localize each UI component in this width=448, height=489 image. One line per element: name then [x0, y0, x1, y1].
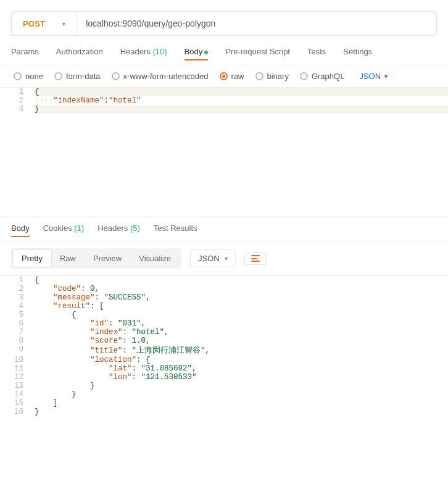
line-content: "lat": "31.085692",: [35, 364, 448, 373]
method-select[interactable]: POST ▾: [12, 12, 77, 35]
wrap-lines-button[interactable]: [244, 252, 267, 265]
response-tab-body[interactable]: Body: [11, 224, 30, 236]
line-content: "id": "031",: [35, 319, 448, 328]
tab-params[interactable]: Params: [11, 47, 39, 60]
line-number: 12: [0, 373, 35, 382]
response-view-segments: Pretty Raw Preview Visualize: [11, 248, 181, 269]
body-type-urlencoded[interactable]: x-www-form-urlencoded: [112, 72, 209, 81]
code-line: 6 "id": "031",: [0, 319, 448, 328]
url-text: localhost:9090/query/geo-polygon: [86, 19, 215, 28]
line-content: }: [35, 408, 448, 416]
view-visualize[interactable]: Visualize: [130, 250, 180, 267]
code-line: 11 "lat": "31.085692",: [0, 364, 448, 373]
response-tab-cookies[interactable]: Cookies (1): [43, 224, 84, 236]
line-content: ····"indexName":"hotel": [35, 96, 448, 105]
line-content: "score": 1.0,: [35, 336, 448, 345]
code-line: 9 "title": "上海闵行浦江智谷",: [0, 345, 448, 356]
line-number: 16: [0, 408, 35, 416]
view-pretty[interactable]: Pretty: [13, 250, 51, 267]
tab-settings[interactable]: Settings: [343, 47, 372, 60]
tab-prerequest[interactable]: Pre-request Script: [225, 47, 290, 60]
line-number: 15: [0, 399, 35, 408]
line-content: "lon": "121.530533": [35, 373, 448, 382]
wrap-lines-icon: [251, 255, 260, 262]
request-body-editor[interactable]: 1{2····"indexName":"hotel"3}: [0, 87, 448, 217]
line-number: 13: [0, 382, 35, 390]
tab-tests[interactable]: Tests: [307, 47, 326, 60]
line-number: 1: [0, 88, 35, 96]
view-raw[interactable]: Raw: [51, 250, 85, 267]
response-view-bar: Pretty Raw Preview Visualize JSON ▾: [0, 242, 448, 275]
code-line: 7 "index": "hotel",: [0, 328, 448, 336]
view-preview[interactable]: Preview: [85, 250, 130, 267]
line-number: 3: [0, 293, 35, 302]
response-body-viewer[interactable]: 1{2 "code": 0,3 "message": "SUCCESS",4 "…: [0, 275, 448, 428]
line-content: }: [35, 382, 448, 390]
line-content: "code": 0,: [35, 285, 448, 293]
line-number: 9: [0, 345, 35, 356]
line-number: 10: [0, 356, 35, 364]
line-content: "result": [: [35, 302, 448, 311]
code-line: 2 "code": 0,: [0, 285, 448, 293]
body-type-raw[interactable]: raw: [220, 72, 244, 81]
tab-authorization[interactable]: Authorization: [56, 47, 103, 60]
line-number: 8: [0, 336, 35, 345]
chevron-down-icon: ▾: [384, 73, 388, 80]
code-line: 3 "message": "SUCCESS",: [0, 293, 448, 302]
body-type-none[interactable]: none: [14, 72, 43, 81]
body-type-row: none form-data x-www-form-urlencoded raw…: [0, 65, 448, 87]
request-url-bar: POST ▾ localhost:9090/query/geo-polygon: [11, 11, 437, 36]
line-content: ]: [35, 399, 448, 408]
response-tabs: Body Cookies (1) Headers (5) Test Result…: [0, 224, 448, 242]
line-number: 2: [0, 285, 35, 293]
code-line: 12 "lon": "121.530533": [0, 373, 448, 382]
line-content: {: [35, 276, 448, 285]
line-number: 5: [0, 311, 35, 319]
code-line: 13 }: [0, 382, 448, 390]
response-tab-headers[interactable]: Headers (5): [97, 224, 140, 236]
line-content: }: [35, 390, 448, 399]
line-content: "message": "SUCCESS",: [35, 293, 448, 302]
code-line: 5 {: [0, 311, 448, 319]
response-content-type-select[interactable]: JSON ▾: [190, 249, 236, 267]
body-type-binary[interactable]: binary: [255, 72, 289, 81]
body-type-formdata[interactable]: form-data: [54, 72, 101, 81]
body-type-graphql[interactable]: GraphQL: [300, 72, 344, 81]
code-line: 15 ]: [0, 399, 448, 408]
line-number: 2: [0, 96, 35, 105]
request-tabs: Params Authorization Headers (10) Body P…: [0, 47, 448, 65]
line-content: }: [35, 105, 448, 114]
line-number: 3: [0, 105, 35, 114]
url-input[interactable]: localhost:9090/query/geo-polygon: [77, 12, 436, 35]
tab-headers[interactable]: Headers (10): [120, 47, 167, 60]
response-tab-test-results[interactable]: Test Results: [154, 224, 197, 236]
line-number: 7: [0, 328, 35, 336]
code-line: 14 }: [0, 390, 448, 399]
code-line: 1{: [0, 88, 448, 96]
line-content: {: [35, 311, 448, 319]
method-label: POST: [23, 19, 45, 28]
tab-body[interactable]: Body: [185, 47, 209, 60]
chevron-down-icon: ▾: [225, 255, 228, 262]
response-area: Body Cookies (1) Headers (5) Test Result…: [0, 217, 448, 428]
code-line: 16}: [0, 408, 448, 416]
line-number: 14: [0, 390, 35, 399]
code-line: 2····"indexName":"hotel": [0, 96, 448, 105]
modified-dot-icon: [204, 51, 208, 54]
line-content: {: [35, 88, 448, 96]
line-number: 4: [0, 302, 35, 311]
raw-content-type-select[interactable]: JSON ▾: [359, 72, 388, 81]
code-line: 1{: [0, 276, 448, 285]
line-number: 1: [0, 276, 35, 285]
line-number: 11: [0, 364, 35, 373]
line-content: "location": {: [35, 356, 448, 364]
chevron-down-icon: ▾: [62, 20, 65, 27]
code-line: 10 "location": {: [0, 356, 448, 364]
code-line: 4 "result": [: [0, 302, 448, 311]
line-content: "title": "上海闵行浦江智谷",: [35, 345, 448, 356]
code-line: 8 "score": 1.0,: [0, 336, 448, 345]
code-line: 3}: [0, 105, 448, 114]
line-number: 6: [0, 319, 35, 328]
line-content: "index": "hotel",: [35, 328, 448, 336]
